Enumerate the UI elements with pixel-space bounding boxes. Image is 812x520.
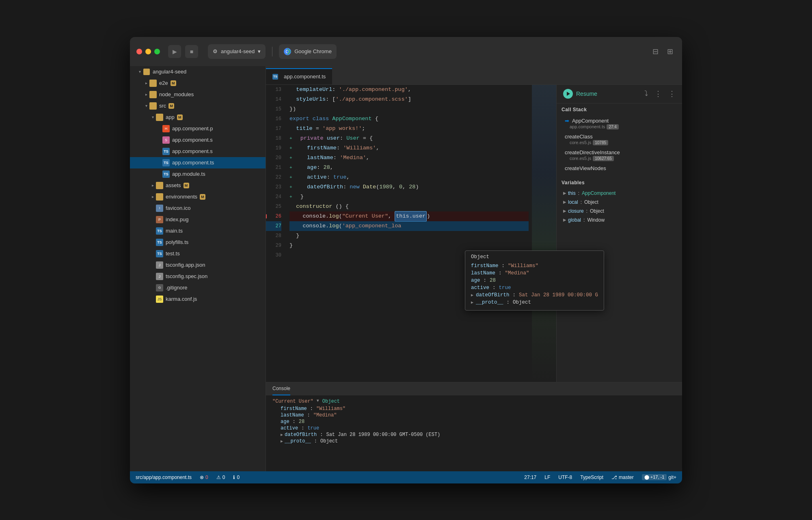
minimap-visual <box>532 85 556 382</box>
var-global-chevron[interactable]: ▶ <box>563 218 566 222</box>
dob-expand-icon[interactable]: ▶ <box>281 432 283 437</box>
console-tab[interactable]: Console <box>272 382 290 395</box>
console-prop-dob: ▶ dateOfBirth:Sat Jan 28 1989 00:00:00 G… <box>281 432 676 438</box>
sidebar-item-assets[interactable]: assets M <box>130 180 266 191</box>
status-encoding[interactable]: UTF-8 <box>558 475 572 480</box>
sidebar-item-app-component-scss[interactable]: S app.component.s <box>130 134 266 146</box>
sidebar-item-app-component-spec[interactable]: TS app.component.s <box>130 146 266 157</box>
status-git-changes[interactable]: ⬤ +17, -1 git+ <box>642 474 676 480</box>
editor-tab-app-component[interactable]: TS app.component.ts <box>266 68 332 84</box>
status-cursor: 27:17 <box>524 475 536 480</box>
app-chevron <box>149 114 156 121</box>
code-line-14: styleUrls: ['./app.component.scss'] <box>289 95 529 104</box>
resume-icon <box>563 89 573 99</box>
pug-file-icon: P <box>156 216 163 223</box>
ico-file-icon: I <box>156 205 163 212</box>
sidebar-item-app-module[interactable]: TS app.module.ts <box>130 168 266 180</box>
index-pug-label: index.pug <box>166 216 188 222</box>
svg-rect-3 <box>143 69 150 75</box>
expand-icon[interactable]: ▼ <box>317 399 319 403</box>
console-content[interactable]: "Current User" ▼ Object firstName:"Willi… <box>266 395 682 471</box>
code-lines[interactable]: 13 14 15 16 17 18 19 20 21 22 23 24 <box>266 85 532 382</box>
tsconfig-spec-icon: J <box>156 273 163 280</box>
html-file-icon: H <box>162 125 170 132</box>
project-tab[interactable]: ⚙ angular4-seed ▾ <box>208 44 266 59</box>
resume-button[interactable]: Resume <box>563 89 597 99</box>
sidebar-item-app-component-ts[interactable]: TS app.component.ts <box>130 157 266 168</box>
e2e-folder-icon <box>149 80 157 87</box>
status-warnings[interactable]: ⚠ 0 <box>216 475 225 480</box>
variables-title: Variables <box>561 180 677 186</box>
code-content[interactable]: templateUrl: './app.component.pug', styl… <box>286 85 532 382</box>
sidebar-item-index-pug[interactable]: P index.pug <box>130 214 266 225</box>
status-file-path[interactable]: src/app/app.component.ts <box>136 475 192 480</box>
console-tabs: Console <box>266 382 682 395</box>
status-git[interactable]: ⎇ master <box>611 475 634 480</box>
more-icon[interactable]: ⋮ <box>654 89 662 98</box>
ts-spec-icon: TS <box>162 148 170 155</box>
stack-item-createdirective[interactable]: createDirectiveInstance core.es5.js 1062… <box>561 147 677 163</box>
info-icon: ℹ <box>233 475 235 480</box>
chrome-tab[interactable]: Google Chrome <box>279 44 337 59</box>
titlebar-controls: ▶ ■ <box>168 45 198 58</box>
status-line-endings[interactable]: LF <box>544 475 550 480</box>
code-line-26: console.log("Current User", this.user) <box>289 211 529 221</box>
status-language[interactable]: TypeScript <box>580 475 603 480</box>
step-over-icon[interactable]: ⤵ <box>644 89 648 98</box>
layout-icon-1[interactable]: ⊟ <box>650 46 661 57</box>
code-line-25: constructor () { <box>289 202 529 211</box>
root-label: angular4-seed <box>153 69 186 75</box>
sidebar-item-node-modules[interactable]: node_modules <box>130 89 266 100</box>
layout-icon-2[interactable]: ⊞ <box>664 46 676 57</box>
sidebar-item-app-component-pug[interactable]: H app.component.p <box>130 123 266 134</box>
sidebar-item-e2e[interactable]: e2e M <box>130 78 266 89</box>
var-local-chevron[interactable]: ▶ <box>563 200 566 204</box>
var-local[interactable]: ▶ local : Object <box>561 198 677 207</box>
close-button[interactable] <box>136 49 142 54</box>
sidebar-item-environments[interactable]: environments M <box>130 191 266 203</box>
active-line-num: ▶ 27 <box>266 221 281 231</box>
stack-item-appcomponent[interactable]: ➡ AppComponent app.component.ts 27:4 <box>561 116 677 132</box>
maximize-button[interactable] <box>154 49 160 54</box>
stack-item-createviewnodes[interactable]: createViewNodes <box>561 163 677 173</box>
bottom-panel: Console "Current User" ▼ Object firstNam… <box>266 382 682 471</box>
sidebar-item-polyfills[interactable]: TS polyfills.ts <box>130 237 266 248</box>
sidebar-item-tsconfig-spec[interactable]: J tsconfig.spec.json <box>130 271 266 282</box>
sidebar-item-favicon[interactable]: I favicon.ico <box>130 203 266 214</box>
proto-expand-icon[interactable]: ▶ <box>281 439 283 444</box>
stack-item-createclass[interactable]: createClass core.es5.js 10785 <box>561 132 677 147</box>
debug-controls: ⤵ ⋮ ⋮ <box>644 89 676 98</box>
console-prop-proto: ▶ __proto__:Object <box>281 438 676 444</box>
var-global[interactable]: ▶ global : Window <box>561 216 677 224</box>
chevron-down-icon: ▾ <box>258 48 261 54</box>
sidebar-item-src[interactable]: src M <box>130 100 266 112</box>
minimize-button[interactable] <box>145 49 151 54</box>
node-modules-chevron <box>143 91 149 98</box>
code-line-18: + private user: User = { <box>289 134 529 143</box>
sidebar-item-app[interactable]: app M <box>130 112 266 123</box>
stack-file-appcomponent: app.component.ts 27:4 <box>565 124 674 129</box>
gear-icon: ⚙ <box>213 48 218 54</box>
assets-badge: M <box>184 183 189 188</box>
karma-js-icon: JS <box>156 296 163 303</box>
line-numbers: 13 14 15 16 17 18 19 20 21 22 23 24 <box>266 85 286 382</box>
status-info[interactable]: ℹ 0 <box>233 475 240 480</box>
gitignore-icon: G <box>156 284 163 291</box>
stop-button[interactable]: ■ <box>185 45 198 58</box>
sidebar-item-gitignore[interactable]: G .gitignore <box>130 282 266 293</box>
play-button[interactable]: ▶ <box>168 45 181 58</box>
tsconfig-app-icon: J <box>156 261 163 269</box>
var-closure-chevron[interactable]: ▶ <box>563 209 566 213</box>
sidebar-item-test[interactable]: TS test.ts <box>130 248 266 259</box>
sidebar-item-karma[interactable]: JS karma.conf.js <box>130 293 266 305</box>
sidebar-item-root[interactable]: angular4-seed <box>130 66 266 78</box>
var-this[interactable]: ▶ this : AppComponent <box>561 189 677 198</box>
scss-file-icon: S <box>162 136 170 144</box>
sidebar-item-tsconfig-app[interactable]: J tsconfig.app.json <box>130 259 266 271</box>
sidebar-item-main[interactable]: TS main.ts <box>130 225 266 237</box>
options-icon[interactable]: ⋮ <box>668 89 676 98</box>
var-closure[interactable]: ▶ closure : Object <box>561 207 677 216</box>
var-this-chevron[interactable]: ▶ <box>563 191 566 195</box>
code-line-17: title = 'app works!'; <box>289 124 529 134</box>
status-errors[interactable]: ⊗ 0 <box>200 475 208 480</box>
